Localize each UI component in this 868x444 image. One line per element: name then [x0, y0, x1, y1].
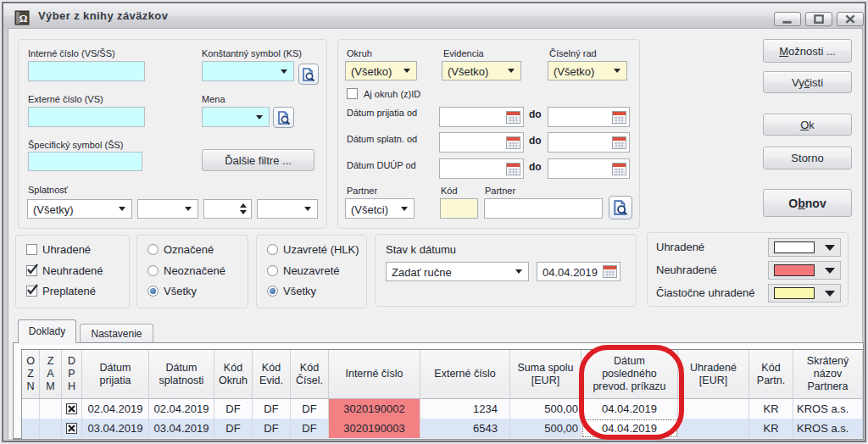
lbl-okruh: Okruh — [347, 48, 372, 58]
input-prijatia-od[interactable] — [439, 107, 524, 127]
lbl-do-3: do — [529, 161, 542, 173]
rad-vsetky2[interactable] — [267, 286, 278, 297]
lbl-do-2: do — [529, 135, 542, 147]
combo-splatnost2[interactable] — [137, 199, 198, 219]
chk-aj-okruh[interactable] — [347, 88, 358, 99]
lbl-oznacene: Označené — [164, 243, 214, 256]
lbl-chk-uhradene: Uhradené — [42, 243, 91, 256]
chk-preplatene[interactable] — [26, 286, 37, 297]
color-ciastocne[interactable] — [768, 284, 841, 302]
lbl-externe-cislo: Externé číslo (VS) — [28, 94, 103, 104]
lbl-splatnost: Splatnosť — [28, 185, 68, 195]
input-stav-datum[interactable]: 04.04.2019 — [537, 262, 620, 281]
row-2: 03.04.2019 03.04.2019 DF DF DF 302019000… — [22, 419, 863, 438]
lbl-partner2: Partner — [485, 186, 515, 196]
chk-uhradene[interactable] — [26, 244, 37, 255]
titlebar: Ω Výber z knihy záväzkov — [3, 3, 865, 28]
color-uhradene[interactable] — [768, 238, 841, 257]
lbl-partner: Partner — [347, 186, 377, 196]
btn-moznosti[interactable]: Možnosti ... — [763, 39, 852, 63]
combo-partner[interactable]: (Všetci) — [345, 198, 415, 219]
lbl-specificky-symbol: Špecifický symbol (ŠS) — [28, 140, 123, 150]
lbl-chk-preplatene: Preplatené — [42, 285, 96, 297]
combo-mena[interactable] — [202, 107, 270, 127]
tab-doklady[interactable]: Doklady — [18, 319, 76, 343]
lbl-aj-okruh: Aj okruh (z)ID — [364, 89, 420, 99]
btn-ks-lookup[interactable] — [298, 64, 319, 85]
rad-oznacene[interactable] — [147, 244, 159, 255]
input-interne-cislo[interactable] — [28, 61, 145, 81]
lbl-vsetky1: Všetky — [164, 285, 197, 297]
title-text: Výber z knihy záväzkov — [38, 9, 168, 22]
lbl-leg-uhradene: Uhradené — [656, 241, 704, 253]
input-kod[interactable] — [440, 198, 478, 219]
combo-evidencia[interactable]: (Všetko) — [442, 61, 521, 80]
color-neuhradene[interactable] — [768, 261, 841, 280]
annotation-red-ellipse — [579, 345, 684, 440]
lbl-evidencia: Evidencia — [443, 48, 484, 58]
input-splatn-do[interactable] — [548, 132, 630, 153]
combo-splatnost[interactable]: (Všetky) — [27, 199, 132, 219]
input-externe-cislo[interactable] — [28, 107, 145, 127]
lbl-leg-neuhradene: Neuhradené — [656, 264, 717, 276]
btn-mena-lookup[interactable] — [273, 107, 294, 128]
rad-uzavrete[interactable] — [267, 244, 278, 255]
combo-okruh[interactable]: (Všetko) — [345, 61, 417, 80]
tab-nastavenie[interactable]: Nastavenie — [80, 324, 153, 343]
btn-close[interactable] — [837, 12, 864, 26]
input-partner[interactable] — [484, 198, 603, 219]
combo-ciselny-rad[interactable]: (Všetko) — [548, 61, 627, 80]
lbl-ciselny-rad: Číselný rad — [549, 48, 597, 58]
lbl-stav: Stav k dátumu — [386, 243, 456, 256]
combo-ks[interactable] — [202, 61, 294, 81]
input-ss[interactable] — [28, 152, 142, 171]
btn-ok[interactable]: Ok — [763, 114, 852, 136]
btn-partner-lookup[interactable] — [609, 196, 632, 219]
app-icon: Ω — [14, 10, 30, 25]
lbl-interne-cislo: Interné číslo (VS/ŠS) — [28, 48, 115, 58]
btn-minimize[interactable] — [774, 12, 801, 26]
spin-splatnost[interactable] — [203, 199, 252, 219]
lbl-vsetky2: Všetky — [283, 285, 316, 297]
lbl-leg-ciastocne: Čiastočne uhradené — [656, 286, 754, 299]
lbl-mena: Mena — [202, 94, 225, 104]
rad-neoznacene[interactable] — [147, 265, 159, 276]
chk-neuhradene[interactable] — [26, 265, 37, 276]
btn-obnov[interactable]: Obnov — [763, 189, 852, 217]
lbl-datum-prijatia: Dátum prijatia od — [347, 108, 417, 118]
lbl-neoznacene: Neoznačené — [164, 264, 225, 277]
tab-active-join — [19, 342, 75, 345]
input-duup-do[interactable] — [548, 158, 630, 179]
combo-stav[interactable]: Zadať ručne — [386, 262, 529, 281]
lbl-neuzavrete: Neuzavreté — [283, 264, 339, 277]
lbl-do-1: do — [529, 108, 542, 120]
input-prijatia-do[interactable] — [548, 107, 630, 127]
lbl-datum-splatn: Dátum splatn. od — [347, 134, 417, 144]
btn-storno[interactable]: Storno — [763, 147, 852, 169]
svg-text:Ω: Ω — [19, 13, 28, 25]
rad-neuzavrete[interactable] — [267, 265, 278, 276]
lbl-datum-duup: Dátum DUÚP od — [347, 160, 416, 170]
lbl-kod: Kód — [441, 186, 458, 196]
vyber-z-knihy-zavazkov-window: Ω Výber z knihy záväzkov Interné číslo (… — [0, 0, 868, 444]
lbl-uzavrete: Uzavreté (HLK) — [283, 243, 359, 256]
table-doklady: OZN ZAM DPH Dátumprijatia Dátumsplatnost… — [21, 349, 863, 439]
lbl-chk-neuhradene: Neuhradené — [42, 264, 103, 277]
input-duup-od[interactable] — [439, 158, 524, 179]
lbl-konstantny-symbol: Konštantný symbol (KS) — [202, 48, 302, 58]
rad-vsetky1[interactable] — [147, 286, 159, 297]
btn-dalsie-filtre[interactable]: Ďalšie filtre ... — [202, 149, 314, 171]
combo-splatnost3[interactable] — [257, 199, 318, 219]
row-1: 02.04.2019 02.04.2019 DF DF DF 302019000… — [22, 399, 863, 419]
input-splatn-od[interactable] — [439, 132, 524, 153]
btn-vycisti[interactable]: Vyčisti — [763, 71, 852, 93]
btn-maximize[interactable] — [805, 12, 832, 26]
